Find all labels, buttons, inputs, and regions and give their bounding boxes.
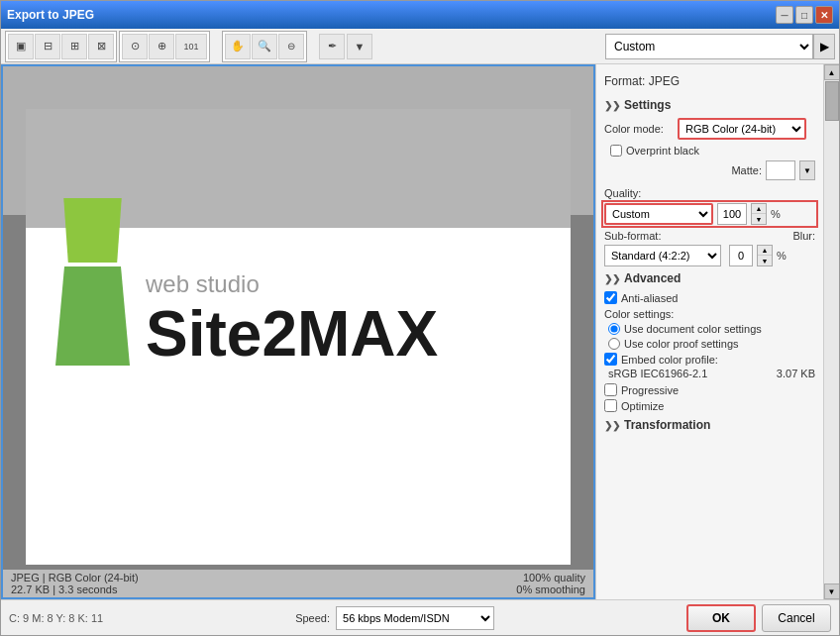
preview-status-bar: JPEG | RGB Color (24-bit) 22.7 KB | 3.3 … <box>3 570 593 597</box>
right-panel-scrollbar[interactable]: ▲ ▼ <box>823 64 839 599</box>
export-jpeg-window: Export to JPEG ─ □ ✕ ▣ ⊟ ⊞ ⊠ ⊙ ⊕ 101 ✋ 🔍… <box>0 0 840 636</box>
use-proof-color-radio[interactable] <box>608 338 620 350</box>
embed-profile-name: sRGB IEC61966-2.1 <box>608 368 707 379</box>
tool-eyedropper[interactable]: ✒ <box>319 34 345 59</box>
transformation-arrow-icon[interactable]: ❯❯ <box>604 420 620 431</box>
quality-spinner: ▲ ▼ <box>751 203 767 225</box>
preview-area: web studio Site2MAX JPEG | RGB Color (24… <box>1 64 595 599</box>
tool-percent[interactable]: 101 <box>175 34 207 59</box>
matte-color-box[interactable] <box>766 160 795 180</box>
window-title: Export to JPEG <box>7 8 94 22</box>
tool-split-v[interactable]: ⊞ <box>61 34 87 59</box>
quality-spin-up[interactable]: ▲ <box>752 204 766 214</box>
blur-input[interactable] <box>729 245 753 266</box>
nav-tools-group: ✋ 🔍 ⊖ <box>222 31 307 62</box>
format-line: Format: JPEG <box>604 70 815 94</box>
optimize-checkbox[interactable] <box>604 399 617 412</box>
tool-single[interactable]: ▣ <box>8 34 34 59</box>
tool-zoom-in[interactable]: 🔍 <box>252 34 277 59</box>
antialias-checkbox[interactable] <box>604 291 617 304</box>
progressive-checkbox[interactable] <box>604 383 617 396</box>
settings-header: ❯❯ Settings <box>604 98 815 112</box>
scroll-track[interactable] <box>824 80 839 583</box>
title-bar-buttons: ─ □ ✕ <box>776 6 833 24</box>
overprint-row: Overprint black <box>604 145 815 157</box>
toolbar: ▣ ⊟ ⊞ ⊠ ⊙ ⊕ 101 ✋ 🔍 ⊖ ✒ ▼ Custom ▶ <box>1 29 839 64</box>
embed-profile-label: Embed color profile: <box>621 354 718 366</box>
scroll-up-arrow[interactable]: ▲ <box>824 64 840 80</box>
blur-spinner: ▲ ▼ <box>757 245 773 266</box>
quality-spin-down[interactable]: ▼ <box>752 214 766 224</box>
cmyk-values: C: 9 M: 8 Y: 8 K: 11 <box>9 612 103 624</box>
blur-group: ▲ ▼ % <box>729 245 787 266</box>
progressive-row: Progressive <box>604 383 815 396</box>
use-doc-color-radio[interactable] <box>608 323 620 335</box>
settings-arrow-icon[interactable]: ❯❯ <box>604 100 620 111</box>
transformation-header: ❯❯ Transformation <box>604 418 815 432</box>
embed-profile-row: Embed color profile: <box>604 353 815 366</box>
optimize-label: Optimize <box>621 400 664 412</box>
subformat-select[interactable]: Standard (4:2:2) 4:4:4 4:1:1 <box>604 245 721 266</box>
quality-percent: % <box>771 208 781 220</box>
cancel-button[interactable]: Cancel <box>762 604 831 632</box>
matte-row: Matte: ▼ <box>604 160 815 180</box>
overprint-checkbox[interactable] <box>610 145 622 157</box>
scroll-thumb[interactable] <box>825 81 839 121</box>
matte-label: Matte: <box>731 164 762 176</box>
transform-tools-group: ⊙ ⊕ 101 <box>119 31 210 62</box>
use-doc-color-label: Use document color settings <box>624 323 762 335</box>
advanced-arrow-icon[interactable]: ❯❯ <box>604 273 620 284</box>
antialias-row: Anti-aliased <box>604 291 815 304</box>
color-mode-label: Color mode: <box>604 123 674 135</box>
tool-pan[interactable]: ✋ <box>225 34 251 59</box>
blur-spin-down[interactable]: ▼ <box>758 256 772 265</box>
preview-inner: web studio Site2MAX <box>3 66 593 597</box>
use-proof-color-label: Use color proof settings <box>624 338 739 350</box>
subformat-label: Sub-format: <box>604 230 661 242</box>
quality-preset-select[interactable]: Custom Maximum High Medium Low <box>604 203 713 225</box>
overprint-label: Overprint black <box>626 145 699 157</box>
use-proof-color-row: Use color proof settings <box>604 338 815 350</box>
color-mode-row: Color mode: RGB Color (24-bit) Grayscale… <box>604 118 815 140</box>
tool-fit[interactable]: ⊙ <box>122 34 148 59</box>
status-left: JPEG | RGB Color (24-bit) 22.7 KB | 3.3 … <box>11 572 139 595</box>
blur-spin-up[interactable]: ▲ <box>758 246 772 256</box>
scroll-down-arrow[interactable]: ▼ <box>824 583 840 599</box>
tool-arrow[interactable]: ▼ <box>347 34 372 59</box>
progressive-label: Progressive <box>621 384 679 396</box>
status-right: 100% quality 0% smoothing <box>516 572 585 595</box>
color-settings-label: Color settings: <box>604 308 815 320</box>
tool-actual[interactable]: ⊕ <box>149 34 174 59</box>
preset-dropdown-area: Custom ▶ <box>605 34 835 59</box>
site-text: Site2MAX <box>146 302 438 366</box>
speed-select[interactable]: 56 kbps Modem/ISDN 128 kbps ISDN 256 kbp… <box>336 606 494 630</box>
quality-row: Custom Maximum High Medium Low 100 ▲ ▼ % <box>604 203 815 225</box>
tool-split-h[interactable]: ⊟ <box>35 34 60 59</box>
embed-profile-info: sRGB IEC61966-2.1 3.07 KB <box>604 368 815 379</box>
view-tools-group: ▣ ⊟ ⊞ ⊠ <box>5 31 117 62</box>
minimize-button[interactable]: ─ <box>776 6 793 24</box>
main-area: web studio Site2MAX JPEG | RGB Color (24… <box>1 64 839 599</box>
advanced-header: ❯❯ Advanced <box>604 271 815 285</box>
right-panel: Format: JPEG ❯❯ Settings Color mode: RGB… <box>595 64 823 599</box>
embed-profile-checkbox[interactable] <box>604 353 617 366</box>
maximize-button[interactable]: □ <box>795 6 813 24</box>
tool-quad[interactable]: ⊠ <box>88 34 114 59</box>
tool-zoom-out[interactable]: ⊖ <box>278 34 304 59</box>
preset-arrow-button[interactable]: ▶ <box>813 34 835 59</box>
subformat-row: Standard (4:2:2) 4:4:4 4:1:1 ▲ ▼ % <box>604 245 815 266</box>
blur-header-label: Blur: <box>792 230 815 242</box>
antialias-label: Anti-aliased <box>621 292 678 304</box>
color-mode-select[interactable]: RGB Color (24-bit) Grayscale CMYK <box>678 118 806 140</box>
blur-percent: % <box>777 250 787 262</box>
bottom-bar: C: 9 M: 8 Y: 8 K: 11 Speed: 56 kbps Mode… <box>1 599 839 635</box>
matte-dropdown-arrow[interactable]: ▼ <box>799 160 815 180</box>
embed-profile-size: 3.07 KB <box>777 368 815 379</box>
quality-number-input[interactable]: 100 <box>717 203 747 225</box>
speed-label: Speed: <box>295 612 330 624</box>
preset-select[interactable]: Custom <box>605 34 813 59</box>
close-button[interactable]: ✕ <box>815 6 833 24</box>
web-studio-text: web studio <box>146 270 438 298</box>
use-doc-color-row: Use document color settings <box>604 323 815 335</box>
ok-button[interactable]: OK <box>686 604 756 632</box>
